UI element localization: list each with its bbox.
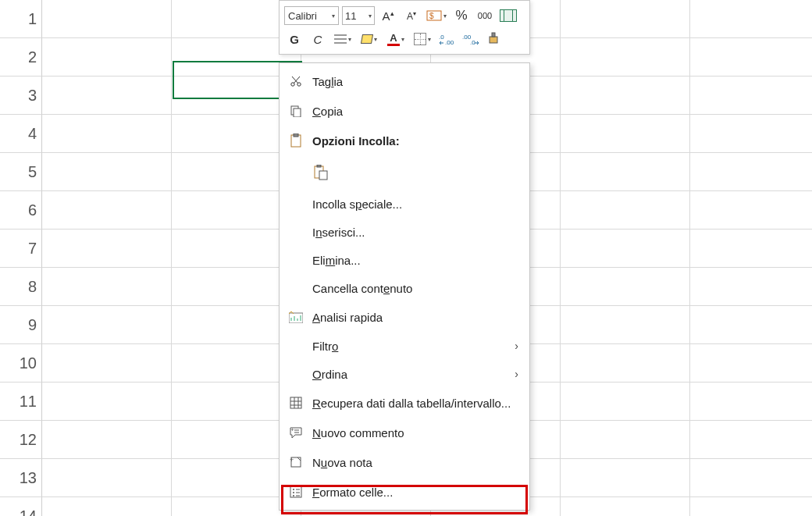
italic-button[interactable]: C — [308, 30, 328, 48]
cell[interactable] — [561, 115, 690, 153]
cell[interactable] — [561, 344, 690, 383]
row-header[interactable]: 4 — [0, 115, 42, 153]
cell[interactable] — [561, 38, 690, 77]
svg-text:$: $ — [429, 12, 434, 20]
row-header[interactable]: 5 — [0, 153, 42, 191]
cell[interactable] — [690, 306, 812, 344]
cell[interactable] — [42, 459, 172, 497]
cell[interactable] — [42, 38, 172, 77]
cell[interactable] — [561, 77, 690, 115]
svg-point-42 — [293, 495, 294, 496]
cell[interactable] — [42, 268, 172, 306]
svg-rect-21 — [319, 171, 327, 180]
cell[interactable] — [561, 153, 690, 191]
menu-insert[interactable]: Inserisci... — [280, 218, 529, 246]
cell[interactable] — [42, 153, 172, 191]
cell[interactable] — [561, 191, 690, 230]
font-family-select[interactable]: Calibri ▾ — [284, 6, 339, 25]
decrease-font-button[interactable]: A▾ — [401, 6, 422, 25]
menu-label: Nuova nota — [312, 456, 372, 469]
cell[interactable] — [561, 230, 690, 268]
cell[interactable] — [690, 459, 812, 497]
comma-style-button[interactable]: 000 — [475, 6, 495, 25]
cell[interactable] — [42, 383, 172, 421]
row-header[interactable]: 14 — [0, 497, 42, 516]
menu-label: Recupera dati dalla tabella/intervallo..… — [312, 397, 511, 410]
cell[interactable] — [42, 191, 172, 230]
font-size-select[interactable]: 11 ▾ — [342, 6, 375, 25]
format-painter-button[interactable] — [484, 30, 504, 48]
menu-cut[interactable]: Taglia — [280, 66, 529, 96]
cell[interactable] — [561, 421, 690, 459]
row-header[interactable]: 2 — [0, 38, 42, 77]
cell[interactable] — [42, 421, 172, 459]
cell[interactable] — [690, 38, 812, 77]
cell[interactable] — [690, 383, 812, 421]
increase-font-button[interactable]: A▴ — [378, 6, 398, 25]
menu-label: Nuovo commento — [312, 426, 404, 439]
cell[interactable] — [561, 306, 690, 344]
cell[interactable] — [42, 497, 172, 516]
menu-delete[interactable]: Elimina... — [280, 246, 529, 274]
cell[interactable] — [690, 115, 812, 153]
cell[interactable] — [42, 0, 172, 38]
accounting-format-button[interactable]: $ ▾ — [425, 6, 448, 25]
cell[interactable] — [690, 230, 812, 268]
row-header[interactable]: 1 — [0, 0, 42, 38]
menu-label: Incolla speciale... — [312, 198, 402, 211]
font-color-button[interactable]: A ▾ — [384, 30, 408, 48]
cell[interactable] — [690, 268, 812, 306]
cell[interactable] — [561, 383, 690, 421]
menu-new-note[interactable]: + Nuova nota — [280, 447, 529, 477]
cell[interactable] — [42, 306, 172, 344]
row-header[interactable]: 10 — [0, 344, 42, 383]
row-header[interactable]: 9 — [0, 306, 42, 344]
row-header[interactable]: 6 — [0, 191, 42, 230]
chevron-down-icon: ▾ — [428, 36, 431, 43]
merge-center-button[interactable] — [498, 6, 518, 25]
menu-new-comment[interactable]: + Nuovo commento — [280, 418, 529, 447]
menu-paste-special[interactable]: Incolla speciale... — [280, 190, 529, 218]
cell[interactable] — [42, 77, 172, 115]
svg-text:.0: .0 — [470, 39, 475, 45]
cell[interactable] — [690, 421, 812, 459]
format-painter-icon — [487, 32, 501, 46]
menu-get-data-table[interactable]: Recupera dati dalla tabella/intervallo..… — [280, 388, 529, 418]
cell[interactable] — [690, 497, 812, 516]
menu-filter[interactable]: Filtro › — [280, 332, 529, 360]
cell[interactable] — [690, 153, 812, 191]
row-header[interactable]: 3 — [0, 77, 42, 115]
cell[interactable] — [42, 230, 172, 268]
row-header[interactable]: 11 — [0, 383, 42, 421]
increase-decimal-button[interactable]: .0.00 — [437, 30, 458, 48]
cell[interactable] — [690, 344, 812, 383]
row-header[interactable]: 7 — [0, 230, 42, 268]
cell[interactable] — [690, 191, 812, 230]
cell[interactable] — [561, 0, 690, 38]
cell[interactable] — [561, 459, 690, 497]
font-family-value: Calibri — [288, 10, 317, 22]
cell[interactable] — [561, 497, 690, 516]
cell[interactable] — [690, 0, 812, 38]
menu-sort[interactable]: Ordina › — [280, 360, 529, 388]
chevron-down-icon: ▾ — [374, 36, 377, 43]
row-header[interactable]: 8 — [0, 268, 42, 306]
cell[interactable] — [42, 115, 172, 153]
cell[interactable] — [561, 268, 690, 306]
cell[interactable] — [690, 77, 812, 115]
row-header[interactable]: 13 — [0, 459, 42, 497]
row-header[interactable]: 12 — [0, 421, 42, 459]
align-button[interactable]: ▾ — [331, 30, 354, 48]
menu-paste-default[interactable] — [280, 155, 529, 190]
fill-color-button[interactable]: ▾ — [358, 30, 381, 48]
menu-clear-contents[interactable]: Cancella contenuto — [280, 274, 529, 302]
menu-copy[interactable]: Copia — [280, 96, 529, 126]
decrease-decimal-button[interactable]: .00.0 — [461, 30, 481, 48]
borders-button[interactable]: ▾ — [411, 30, 434, 48]
cell[interactable] — [42, 344, 172, 383]
svg-text:+: + — [290, 426, 294, 433]
menu-quick-analysis[interactable]: Analisi rapida — [280, 302, 529, 332]
menu-format-cells[interactable]: Formato celle... — [280, 477, 529, 507]
percent-button[interactable]: % — [451, 6, 472, 25]
bold-button[interactable]: G — [284, 30, 304, 48]
